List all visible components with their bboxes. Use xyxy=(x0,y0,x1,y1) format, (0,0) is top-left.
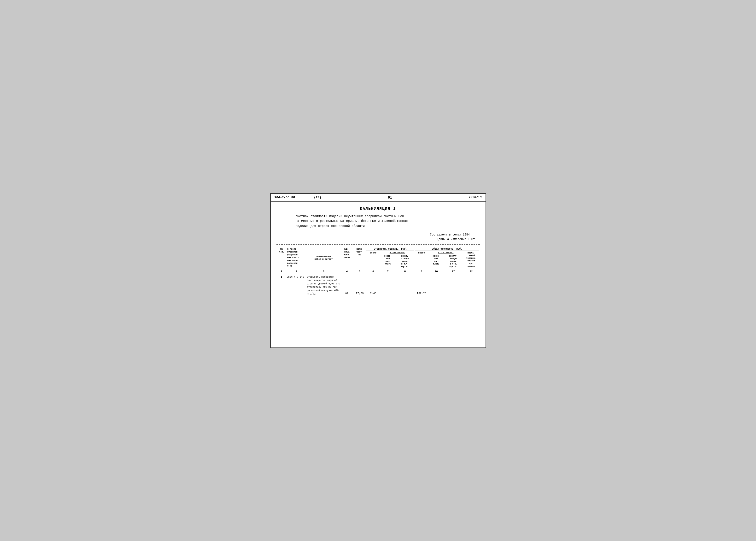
col-num-10: IO xyxy=(429,269,444,273)
col-header-norm: Норма-тивнойусловно-чистойпро-дукции xyxy=(463,251,479,269)
unit-label: Единица измерения I шт xyxy=(276,237,475,242)
col-num-9: 9 xyxy=(415,269,429,273)
col-header-total-exp: эксплу-атациямашинв т.ч.зар.пл. xyxy=(444,255,463,269)
column-numbers-row: I 2 3 4 5 6 7 8 9 IO II I2 xyxy=(277,269,479,273)
cost-group-header: Стоимость единицы, руб. xyxy=(366,248,414,251)
doc-number: 904-I-66.86 xyxy=(274,196,306,199)
compiled-date: Составлена в ценах 1984 г. xyxy=(276,233,475,237)
header-ref: 9328/13 xyxy=(451,196,482,199)
row-total-all: I32,I8 xyxy=(415,274,429,296)
table-row: I ССЦМ п.8-I4I Стоимость ребристых плит … xyxy=(277,274,479,296)
col-header-cost-sub: в том числе: xyxy=(381,251,414,254)
col-num-12: I2 xyxy=(463,269,479,273)
row-norm xyxy=(463,274,479,296)
row-total-exp xyxy=(444,274,463,296)
col-header-name: Наименованиеработ и затрат xyxy=(307,248,340,269)
subtitle-line2: на местные строительные материалы, бетон… xyxy=(296,219,480,224)
subtitle-line3: изделия для строек Московской области xyxy=(296,224,480,229)
col-header-price-ref: № прейс-курантов,укрупнен-ных смет-ных н… xyxy=(287,248,306,269)
subtitle-line1: сметной стоимости изделий неучтенных сбо… xyxy=(296,214,480,219)
row-total-basic xyxy=(429,274,444,296)
col-header-cost-basic: основ-нойзар-платы xyxy=(381,255,395,269)
header-row-1: №№п.п. № прейс-курантов,укрупнен-ных сме… xyxy=(277,248,479,251)
row-cost-basic xyxy=(381,274,395,296)
col-num-3: 3 xyxy=(307,269,340,273)
main-table: №№п.п. № прейс-курантов,укрупнен-ных сме… xyxy=(276,247,480,296)
title-section: КАЛЬКУЛЯЦИЯ 2 сметной стоимости изделий … xyxy=(276,207,480,229)
total-group-header: Общая стоимость, руб. xyxy=(415,248,479,251)
col-num-6: 6 xyxy=(366,269,380,273)
col-header-unit: Еди-ницаизме-рения xyxy=(341,248,353,269)
header-code: (I3) xyxy=(306,196,330,199)
main-title: КАЛЬКУЛЯЦИЯ 2 xyxy=(276,207,480,211)
col-header-total-basic: основ-нойзар-платы xyxy=(429,255,444,269)
page-number: 91 xyxy=(330,196,451,200)
col-header-num: №№п.п. xyxy=(277,248,286,269)
col-num-2: 2 xyxy=(287,269,306,273)
col-num-7: 7 xyxy=(381,269,395,273)
row-num: I xyxy=(277,274,286,296)
col-header-total-sub: в том числе: xyxy=(429,251,463,254)
col-header-total-all: всего xyxy=(415,251,429,269)
col-num-1: I xyxy=(277,269,286,273)
row-qty: I7,79 xyxy=(354,274,366,296)
row-price-ref: ССЦМ п.8-I4I xyxy=(287,274,306,296)
row-cost-all: 7,43 xyxy=(366,274,380,296)
col-num-8: 8 xyxy=(396,269,414,273)
col-header-cost-all: всего xyxy=(366,251,380,269)
col-num-5: 5 xyxy=(354,269,366,273)
header-bar: 904-I-66.86 (I3) 91 9328/13 xyxy=(271,194,486,202)
subtitle: сметной стоимости изделий неучтенных сбо… xyxy=(296,214,480,229)
row-cost-exp xyxy=(396,274,414,296)
dashed-separator-top xyxy=(276,244,480,245)
col-num-11: II xyxy=(444,269,463,273)
content-area: КАЛЬКУЛЯЦИЯ 2 сметной стоимости изделий … xyxy=(271,202,486,301)
row-unit: м2 xyxy=(341,274,353,296)
table-section: №№п.п. № прейс-курантов,укрупнен-ных сме… xyxy=(276,247,480,296)
meta-info: Составлена в ценах 1984 г. Единица измер… xyxy=(276,233,475,242)
row-name: Стоимость ребристых плит покрытия ширино… xyxy=(307,274,340,296)
col-num-4: 4 xyxy=(341,269,353,273)
col-header-cost-exp: эксплу-атациямашинв т.ч.зар.пл. xyxy=(396,255,414,269)
col-header-qty: Коли-чест-во xyxy=(354,248,366,269)
document-page: 904-I-66.86 (I3) 91 9328/13 КАЛЬКУЛЯЦИЯ … xyxy=(270,193,486,348)
